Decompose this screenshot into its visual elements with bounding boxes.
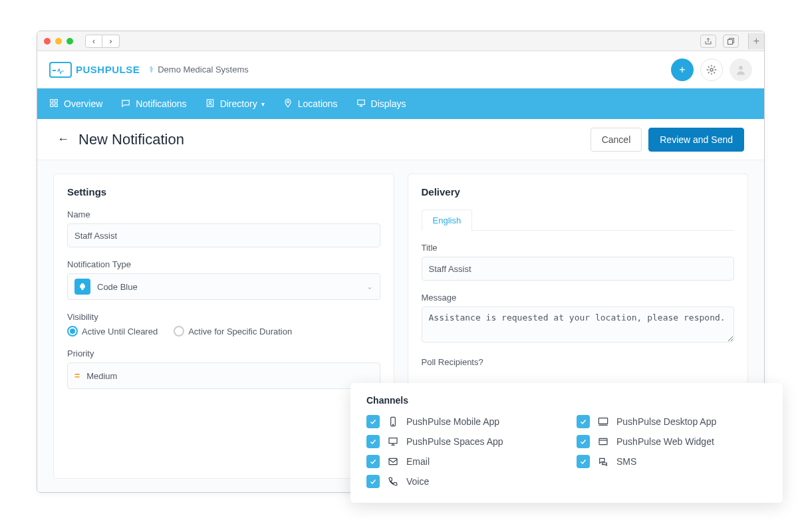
checkbox-icon — [366, 435, 380, 448]
add-button[interactable]: + — [671, 59, 694, 81]
svg-point-8 — [209, 101, 211, 104]
minimize-window-button[interactable] — [55, 38, 62, 45]
message-textarea[interactable] — [422, 307, 735, 342]
org-selector[interactable]: ⚕ Demo Medical Systems — [149, 65, 249, 74]
svg-rect-16 — [389, 458, 397, 464]
page-header: ← New Notification Cancel Review and Sen… — [37, 119, 764, 160]
svg-rect-3 — [51, 99, 53, 102]
delivery-heading: Delivery — [422, 186, 735, 198]
page-title: New Notification — [78, 131, 184, 148]
checkbox-icon — [366, 415, 380, 428]
desktop-icon — [597, 416, 610, 427]
radio-icon — [67, 326, 78, 336]
checkbox-icon — [577, 415, 590, 428]
channel-item[interactable]: PushPulse Web Widget — [577, 435, 767, 448]
nav-locations[interactable]: Locations — [283, 98, 338, 110]
window-icon — [597, 436, 610, 447]
svg-point-1 — [710, 68, 713, 71]
channel-label: SMS — [616, 456, 636, 467]
close-window-button[interactable] — [44, 38, 51, 45]
channel-item[interactable]: PushPulse Desktop App — [577, 415, 767, 428]
svg-rect-13 — [598, 418, 607, 424]
radio-active-until-cleared[interactable]: Active Until Cleared — [67, 326, 158, 336]
contact-icon — [205, 98, 215, 110]
channel-item[interactable]: PushPulse Spaces App — [366, 435, 557, 448]
svg-point-9 — [287, 100, 289, 102]
nav-overview[interactable]: Overview — [49, 98, 102, 110]
svg-rect-0 — [728, 39, 733, 44]
back-button[interactable]: ‹ — [85, 35, 102, 48]
chevron-down-icon: ⌄ — [366, 282, 373, 291]
nav-displays[interactable]: Displays — [356, 98, 406, 110]
back-arrow-button[interactable]: ← — [57, 132, 69, 146]
channel-item[interactable]: SMS — [577, 455, 767, 468]
new-tab-button[interactable]: + — [748, 33, 764, 49]
poll-label: Poll Recipients? — [422, 357, 735, 367]
settings-button[interactable] — [700, 59, 723, 81]
phone-icon — [386, 476, 400, 487]
checkbox-icon — [577, 435, 590, 448]
svg-point-12 — [392, 424, 393, 425]
app-logo[interactable]: PUSHPULSE — [49, 62, 140, 78]
mobile-icon — [386, 416, 400, 427]
name-input[interactable] — [67, 223, 380, 247]
share-icon[interactable] — [700, 35, 716, 48]
pin-icon — [283, 98, 293, 110]
channels-heading: Channels — [366, 395, 767, 406]
message-label: Message — [422, 293, 735, 303]
priority-value: Medium — [86, 371, 117, 381]
radio-icon — [174, 326, 184, 336]
org-icon: ⚕ — [149, 65, 154, 74]
nav-notifications[interactable]: Notifications — [121, 98, 186, 110]
radio-label: Active for Specific Duration — [188, 327, 292, 336]
checkbox-icon — [366, 455, 380, 468]
org-name-label: Demo Medical Systems — [158, 65, 249, 74]
nav-directory[interactable]: Directory ▾ — [205, 98, 265, 110]
tabs-icon[interactable] — [723, 35, 739, 48]
channel-label: PushPulse Desktop App — [616, 416, 716, 427]
settings-panel: Settings Name Notification Type Code Blu… — [53, 174, 394, 479]
checkbox-icon — [577, 455, 590, 468]
language-tabs: English — [422, 209, 735, 231]
channel-item[interactable]: Voice — [366, 475, 557, 488]
type-value: Code Blue — [97, 282, 138, 292]
radio-label: Active Until Cleared — [82, 327, 158, 336]
nav-label: Overview — [64, 98, 102, 109]
main-nav: Overview Notifications Directory ▾ Locat… — [37, 88, 764, 119]
cancel-button[interactable]: Cancel — [591, 128, 642, 152]
svg-rect-10 — [357, 100, 364, 104]
monitor-icon — [386, 436, 400, 447]
radio-specific-duration[interactable]: Active for Specific Duration — [174, 326, 292, 336]
name-label: Name — [67, 209, 380, 219]
channel-item[interactable]: Email — [366, 455, 557, 468]
brand-name: PUSHPULSE — [76, 64, 140, 75]
priority-label: Priority — [67, 348, 380, 358]
code-blue-icon — [74, 279, 90, 295]
review-send-button[interactable]: Review and Send — [648, 128, 744, 152]
settings-heading: Settings — [67, 186, 380, 198]
mail-icon — [386, 456, 400, 467]
channel-item[interactable]: PushPulse Mobile App — [366, 415, 557, 428]
svg-rect-14 — [389, 438, 397, 444]
svg-rect-5 — [51, 104, 53, 106]
tab-english[interactable]: English — [422, 209, 473, 231]
user-avatar[interactable] — [730, 59, 752, 81]
maximize-window-button[interactable] — [66, 38, 73, 45]
svg-point-2 — [739, 66, 743, 70]
channel-label: Email — [406, 456, 430, 467]
visibility-label: Visibility — [67, 312, 380, 322]
channel-label: PushPulse Mobile App — [406, 416, 499, 427]
checkbox-icon — [366, 475, 380, 488]
priority-select[interactable]: = Medium — [67, 362, 380, 389]
monitor-icon — [356, 98, 366, 110]
nav-label: Displays — [371, 98, 406, 109]
browser-titlebar: ‹ › + — [37, 31, 764, 51]
pulse-icon — [49, 62, 72, 78]
title-input[interactable] — [422, 257, 735, 281]
forward-button[interactable]: › — [102, 35, 120, 48]
chat-icon — [597, 456, 610, 467]
app-header: PUSHPULSE ⚕ Demo Medical Systems + — [37, 51, 764, 88]
notification-type-select[interactable]: Code Blue ⌄ — [67, 273, 380, 300]
nav-label: Notifications — [136, 98, 186, 109]
channel-label: PushPulse Web Widget — [616, 436, 714, 447]
